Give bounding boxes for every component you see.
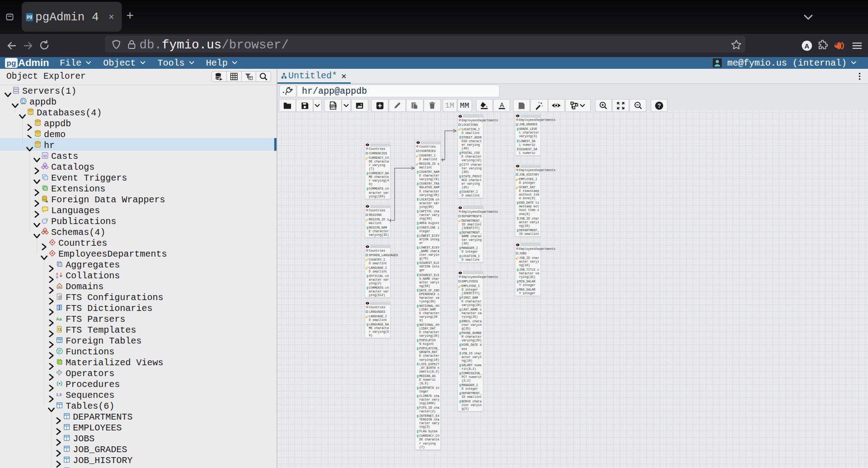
- svg-text:A: A: [805, 42, 810, 50]
- svg-text:?: ?: [657, 103, 661, 109]
- svg-text:SQL: SQL: [330, 105, 336, 107]
- svg-text:1.3: 1.3: [56, 392, 62, 397]
- svg-text:Admin: Admin: [18, 58, 49, 68]
- svg-text:pg: pg: [7, 59, 16, 67]
- svg-text:A: A: [500, 102, 504, 109]
- svg-text:B: B: [56, 276, 58, 279]
- svg-text:Aa: Aa: [56, 316, 62, 321]
- svg-text:69: 69: [43, 154, 47, 158]
